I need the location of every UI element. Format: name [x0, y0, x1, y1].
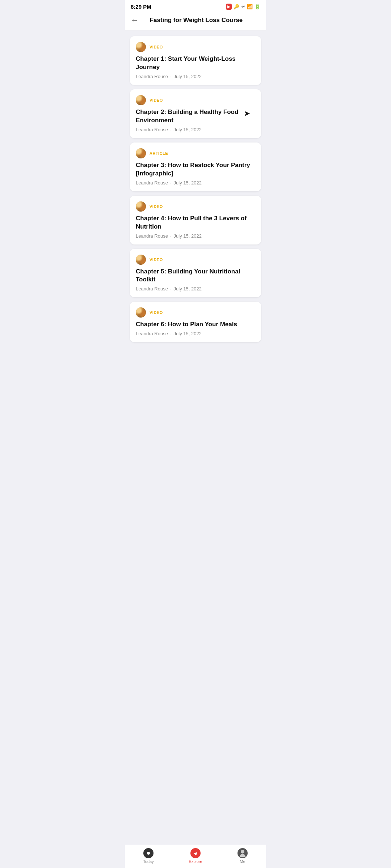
content-type-badge: VIDEO	[150, 310, 163, 315]
author-name: Leandra Rouse	[136, 233, 168, 239]
signal-icon: 📶	[247, 4, 253, 9]
meta-separator: ·	[170, 286, 172, 292]
meta-separator: ·	[170, 233, 172, 239]
card-meta: Leandra Rouse·July 15, 2022	[136, 286, 255, 292]
card-meta: Leandra Rouse·July 15, 2022	[136, 233, 255, 239]
header: ← Fasting for Weight Loss Course	[125, 12, 266, 30]
publish-date: July 15, 2022	[174, 180, 202, 186]
nav-explore[interactable]: Explore	[183, 848, 208, 864]
publish-date: July 15, 2022	[174, 331, 202, 336]
list-item[interactable]: VIDEOChapter 5: Building Your Nutritiona…	[130, 249, 261, 298]
status-time: 8:29 PM	[131, 4, 151, 10]
avatar	[136, 148, 146, 158]
list-item[interactable]: VIDEOChapter 1: Start Your Weight-Loss J…	[130, 36, 261, 85]
key-icon: 🔑	[234, 4, 239, 9]
card-title: Chapter 5: Building Your Nutritional Too…	[136, 268, 255, 284]
card-meta: Leandra Rouse·July 15, 2022	[136, 74, 255, 79]
card-title: Chapter 1: Start Your Weight-Loss Journe…	[136, 55, 255, 72]
me-icon	[237, 848, 248, 858]
content-type-badge: ARTICLE	[150, 151, 168, 156]
publish-date: July 15, 2022	[174, 74, 202, 79]
card-header: VIDEO	[136, 95, 255, 105]
meta-separator: ·	[170, 180, 172, 186]
back-button[interactable]: ←	[131, 16, 139, 25]
nav-me[interactable]: Me	[230, 848, 255, 864]
avatar	[136, 42, 146, 52]
publish-date: July 15, 2022	[174, 233, 202, 239]
meta-separator: ·	[170, 127, 172, 132]
battery-icon: 🔋	[255, 4, 260, 9]
avatar	[136, 201, 146, 212]
avatar	[136, 255, 146, 265]
author-name: Leandra Rouse	[136, 180, 168, 186]
nav-today-label: Today	[143, 859, 154, 864]
publish-date: July 15, 2022	[174, 286, 202, 292]
content-type-badge: VIDEO	[150, 98, 163, 102]
content-type-badge: VIDEO	[150, 45, 163, 49]
card-title: Chapter 4: How to Pull the 3 Levers of N…	[136, 214, 255, 231]
meta-separator: ·	[170, 331, 172, 336]
card-title: Chapter 6: How to Plan Your Meals	[136, 320, 255, 329]
avatar	[136, 95, 146, 105]
bottom-nav: Today Explore Me	[125, 845, 266, 868]
author-name: Leandra Rouse	[136, 127, 168, 132]
card-header: VIDEO	[136, 42, 255, 52]
list-item[interactable]: ARTICLEChapter 3: How to Restock Your Pa…	[130, 142, 261, 191]
nav-explore-label: Explore	[189, 859, 202, 864]
card-title: Chapter 2: Building a Healthy Food Envir…	[136, 108, 255, 125]
bluetooth-icon: ✳	[241, 4, 245, 9]
author-name: Leandra Rouse	[136, 331, 168, 336]
list-item[interactable]: VIDEOChapter 4: How to Pull the 3 Levers…	[130, 196, 261, 244]
card-header: VIDEO	[136, 201, 255, 212]
author-name: Leandra Rouse	[136, 74, 168, 79]
status-bar: 8:29 PM ▶ 🔑 ✳ 📶 🔋	[125, 0, 266, 12]
avatar	[136, 307, 146, 318]
today-icon	[143, 848, 154, 858]
record-icon: ▶	[226, 4, 232, 10]
status-icons: ▶ 🔑 ✳ 📶 🔋	[226, 4, 260, 10]
content-type-badge: VIDEO	[150, 204, 163, 209]
course-list: VIDEOChapter 1: Start Your Weight-Loss J…	[125, 30, 266, 348]
publish-date: July 15, 2022	[174, 127, 202, 132]
explore-icon	[190, 848, 201, 858]
card-header: VIDEO	[136, 255, 255, 265]
card-meta: Leandra Rouse·July 15, 2022	[136, 180, 255, 186]
card-meta: Leandra Rouse·July 15, 2022	[136, 331, 255, 336]
nav-me-label: Me	[240, 859, 245, 864]
card-meta: Leandra Rouse·July 15, 2022	[136, 127, 255, 132]
author-name: Leandra Rouse	[136, 286, 168, 292]
meta-separator: ·	[170, 74, 172, 79]
card-header: VIDEO	[136, 307, 255, 318]
card-header: ARTICLE	[136, 148, 255, 158]
card-title: Chapter 3: How to Restock Your Pantry [I…	[136, 161, 255, 178]
list-item[interactable]: VIDEOChapter 6: How to Plan Your MealsLe…	[130, 302, 261, 342]
list-item[interactable]: VIDEOChapter 2: Building a Healthy Food …	[130, 89, 261, 138]
nav-today[interactable]: Today	[136, 848, 161, 864]
content-type-badge: VIDEO	[150, 258, 163, 262]
page-title: Fasting for Weight Loss Course	[143, 17, 249, 24]
